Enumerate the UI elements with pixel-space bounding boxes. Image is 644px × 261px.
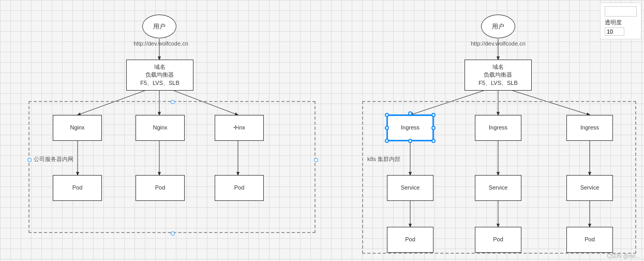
left-nginx3[interactable]: ✛inx [215, 115, 264, 141]
left-handle-top [171, 100, 175, 104]
right-user-circle[interactable]: 用户 [481, 15, 515, 38]
right-pod3[interactable]: Pod [566, 227, 613, 253]
right-ingress1[interactable]: Ingress [387, 115, 433, 141]
right-container-label: k8s 集群内部 [367, 155, 400, 163]
color-swatch[interactable] [605, 6, 637, 17]
left-lb-box[interactable]: 域名负载均衡器F5、LVS、SLB [126, 60, 193, 91]
handle-bm [408, 139, 412, 143]
right-service1[interactable]: Service [387, 175, 433, 201]
left-nginx2-label: Nginx [153, 124, 167, 132]
left-container-label: 公司服务器内网 [34, 155, 73, 163]
left-user-label: 用户 [153, 22, 166, 31]
right-ingress2-label: Ingress [489, 124, 507, 132]
right-service1-label: Service [401, 184, 420, 192]
left-pod1[interactable]: Pod [53, 175, 102, 201]
left-user-circle[interactable]: 用户 [142, 15, 176, 38]
transparency-input[interactable] [605, 27, 624, 36]
left-nginx1[interactable]: Nginx [53, 115, 102, 141]
side-panel: 透明度 [600, 3, 641, 39]
left-handle-right [314, 158, 318, 162]
right-ingress3-label: Ingress [580, 124, 599, 132]
left-handle-left [27, 158, 32, 162]
right-pod1-label: Pod [405, 236, 415, 243]
right-ingress2[interactable]: Ingress [475, 115, 521, 141]
left-nginx2[interactable]: Nginx [136, 115, 185, 141]
left-pod2[interactable]: Pod [136, 175, 185, 201]
handle-ml [385, 126, 389, 130]
transparency-label: 透明度 [605, 19, 637, 26]
left-handle-bottom [171, 231, 175, 236]
diagram-canvas: 用户 http://dev.wolfcode.cn 域名负载均衡器F5、LVS、… [0, 0, 644, 261]
right-service3-label: Service [580, 184, 600, 192]
handle-mr [431, 126, 436, 130]
right-lb-box[interactable]: 域名负载均衡器F5、LVS、SLB [465, 60, 532, 91]
left-pod2-label: Pod [155, 184, 166, 192]
left-nginx3-label: ✛inx [233, 124, 245, 132]
watermark: CSDN @mo... [607, 253, 640, 259]
left-pod1-label: Pod [72, 184, 83, 192]
right-pod3-label: Pod [585, 236, 595, 243]
handle-tr [431, 113, 436, 117]
right-ingress3[interactable]: Ingress [566, 115, 613, 141]
right-url-label: http://dev.wolfcode.cn [465, 40, 532, 47]
left-pod3[interactable]: Pod [215, 175, 264, 201]
handle-bl [385, 139, 389, 143]
left-pod3-label: Pod [234, 184, 245, 192]
handle-tm [408, 111, 412, 115]
right-pod2-label: Pod [493, 236, 503, 243]
left-lb-label: 域名负载均衡器F5、LVS、SLB [140, 63, 179, 87]
left-url-label: http://dev.wolfcode.cn [127, 40, 194, 47]
right-service2[interactable]: Service [475, 175, 521, 201]
right-service2-label: Service [489, 184, 508, 192]
right-ingress1-label: Ingress [401, 124, 420, 132]
handle-tl [385, 113, 389, 117]
right-service3[interactable]: Service [566, 175, 613, 201]
right-lb-label: 域名负载均衡器F5、LVS、SLB [478, 63, 518, 87]
right-user-label: 用户 [492, 22, 504, 31]
right-pod1[interactable]: Pod [387, 227, 433, 253]
right-pod2[interactable]: Pod [475, 227, 521, 253]
left-nginx1-label: Nginx [70, 124, 84, 132]
handle-br [431, 139, 436, 143]
